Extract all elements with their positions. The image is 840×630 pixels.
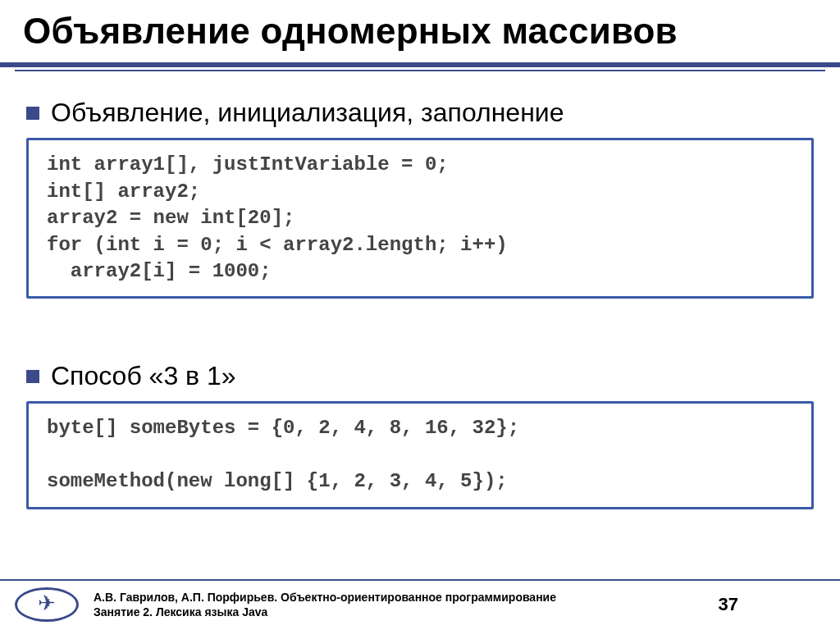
title-block: Объявление одномерных массивов: [0, 0, 840, 57]
code-line: array2[i] = 1000;: [47, 258, 793, 285]
slide: Объявление одномерных массивов Объявлени…: [0, 0, 840, 630]
code-line: someMethod(new long[] {1, 2, 3, 4, 5});: [47, 468, 793, 495]
page-number: 37: [719, 594, 820, 615]
bullet-item: Объявление, инициализация, заполнение: [26, 98, 817, 128]
square-bullet-icon: [26, 370, 39, 383]
bullet-item: Способ «3 в 1»: [26, 361, 817, 391]
code-block-1: int array1[], justIntVariable = 0; int[]…: [26, 138, 814, 299]
code-line: [47, 442, 793, 468]
slide-title: Объявление одномерных массивов: [23, 11, 817, 51]
bullet-text: Способ «3 в 1»: [51, 361, 236, 391]
code-line: byte[] someBytes = {0, 2, 4, 8, 16, 32};: [47, 415, 793, 441]
code-line: array2 = new int[20];: [47, 205, 793, 231]
plane-icon: ✈: [38, 592, 56, 614]
spacer: [23, 305, 817, 354]
footer-subtitle: Занятие 2. Лексика языка Java: [94, 605, 704, 619]
code-line: int array1[], justIntVariable = 0;: [47, 152, 793, 178]
code-block-2: byte[] someBytes = {0, 2, 4, 8, 16, 32};…: [26, 401, 814, 509]
logo-oval: ✈: [15, 587, 79, 622]
bullet-text: Объявление, инициализация, заполнение: [51, 98, 564, 128]
footer: ✈ А.В. Гаврилов, А.П. Порфирьев. Объектн…: [0, 579, 840, 630]
square-bullet-icon: [26, 107, 39, 120]
footer-text: А.В. Гаврилов, А.П. Порфирьев. Объектно-…: [94, 590, 704, 619]
code-line: for (int i = 0; i < array2.length; i++): [47, 232, 793, 258]
footer-authors: А.В. Гаврилов, А.П. Порфирьев. Объектно-…: [94, 590, 704, 605]
slide-body: Объявление, инициализация, заполнение in…: [0, 71, 840, 579]
divider-thick: [0, 62, 840, 67]
code-line: int[] array2;: [47, 179, 793, 205]
